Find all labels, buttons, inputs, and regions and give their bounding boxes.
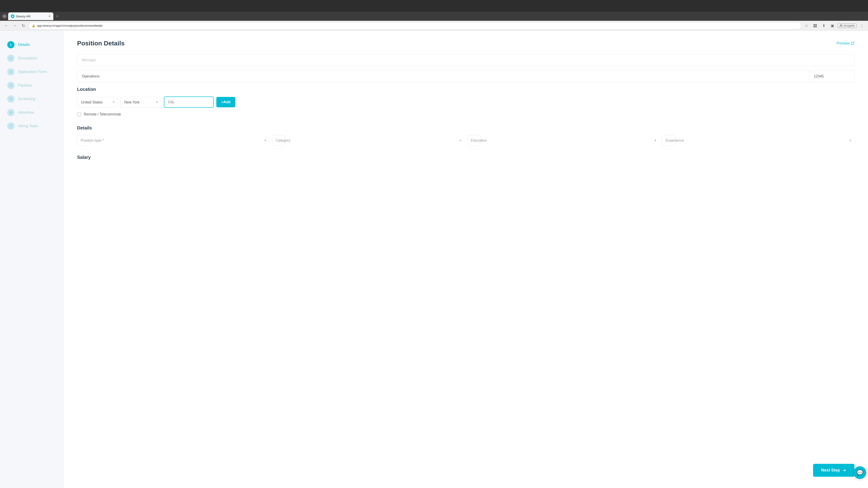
education-wrapper: Education ▼: [467, 135, 659, 146]
next-step-arrow-icon: [842, 468, 846, 473]
operations-field: Operations: [77, 70, 809, 82]
incognito-label: Incognito: [844, 24, 855, 27]
country-select[interactable]: United States: [77, 97, 118, 107]
address-bar[interactable]: 🔒 app.breezy.hr/app/c/moodjoy/positions/…: [29, 22, 801, 29]
svg-rect-0: [813, 24, 815, 26]
next-step-label: Next Step: [821, 468, 840, 473]
remote-label: Remote / Telecommute: [84, 112, 121, 116]
app-layout: 1 Details 2 Description 3 Application Fo…: [0, 31, 868, 488]
state-select[interactable]: New York: [121, 97, 161, 107]
sidebar-label-description: Description: [18, 56, 37, 61]
salary-section: Salary: [77, 155, 855, 160]
sidebar-label-screening: Screening: [18, 97, 35, 101]
sidebar-item-pipeline[interactable]: 4 Pipeline: [5, 78, 58, 92]
position-type-wrapper: Position type * ▼: [77, 135, 270, 146]
step-circle-advertise: 6: [7, 109, 14, 116]
tab-close-button[interactable]: ✕: [49, 15, 51, 18]
city-input[interactable]: [164, 96, 214, 108]
url-text: app.breezy.hr/app/c/moodjoy/positions/ne…: [37, 24, 103, 27]
education-select[interactable]: [467, 135, 480, 146]
add-location-label: +Add: [221, 100, 230, 104]
salary-title: Salary: [77, 155, 855, 160]
sidebar-label-advertise: Advertise: [18, 110, 34, 115]
step-circle-application-form: 3: [7, 68, 14, 75]
svg-rect-2: [813, 26, 815, 27]
step-circle-screening: 5: [7, 95, 14, 103]
browser-tab-bar: Breezy HR ✕ +: [0, 12, 868, 21]
incognito-badge: Incognito: [837, 24, 857, 28]
sidebar-label-hiring-team: Hiring Team: [18, 124, 38, 128]
location-row: United States ▼ New York ▼ +Add: [77, 96, 855, 108]
number-field: 12345: [809, 70, 855, 82]
category-wrapper: Category ▼: [272, 135, 465, 146]
secure-icon: 🔒: [32, 24, 35, 27]
toolbar-actions: ☆ ⬇ ▣ Incognito ⋮: [803, 22, 865, 29]
tab-switcher[interactable]: [2, 13, 7, 19]
location-section-title: Location: [77, 87, 855, 92]
state-select-wrapper: New York ▼: [121, 97, 161, 107]
details-section-title: Details: [77, 125, 855, 131]
browser-tab-active[interactable]: Breezy HR ✕: [8, 12, 53, 20]
education-chevron-down-icon: ▼: [654, 139, 657, 142]
location-section: Location United States ▼ New York ▼: [77, 87, 855, 116]
step-circle-description: 2: [7, 55, 14, 62]
new-tab-button[interactable]: +: [54, 14, 60, 19]
external-link-icon: [851, 41, 855, 45]
chat-icon: 💬: [857, 469, 863, 476]
sidebar-label-details: Details: [18, 42, 30, 47]
operations-label: Operations: [82, 74, 99, 78]
country-select-wrapper: United States ▼: [77, 97, 118, 107]
details-section: Details Position type * ▼ Category: [77, 125, 855, 146]
manager-field[interactable]: Manager: [77, 54, 855, 66]
sidebar-label-pipeline: Pipeline: [18, 83, 32, 88]
step-circle-hiring-team: 7: [7, 123, 14, 130]
extensions-button[interactable]: [812, 22, 818, 29]
operations-row: Operations 12345: [77, 70, 855, 82]
details-row: Position type * ▼ Category ▼ Educa: [77, 135, 855, 146]
next-step-button[interactable]: Next Step: [813, 464, 855, 477]
category-select[interactable]: [272, 135, 285, 146]
preview-link[interactable]: Preview: [837, 41, 855, 45]
svg-rect-3: [815, 26, 817, 27]
experience-select[interactable]: [662, 135, 675, 146]
chat-bubble-button[interactable]: 💬: [854, 466, 866, 479]
step-circle-pipeline: 4: [7, 82, 14, 89]
main-content: Position Details Preview Manager Operati…: [63, 31, 868, 488]
sidebar: 1 Details 2 Description 3 Application Fo…: [0, 31, 63, 488]
menu-button[interactable]: ⋮: [859, 22, 865, 29]
position-type-chevron-down-icon: ▼: [264, 139, 267, 142]
experience-chevron-down-icon: ▼: [849, 139, 852, 142]
category-chevron-down-icon: ▼: [459, 139, 462, 142]
reload-button[interactable]: ↻: [20, 22, 27, 29]
experience-wrapper: Experience ▼: [662, 135, 855, 146]
add-location-button[interactable]: +Add: [216, 97, 235, 107]
browser-chrome: [0, 0, 868, 12]
preview-label: Preview: [837, 41, 849, 45]
sidebar-item-screening[interactable]: 5 Screening: [5, 92, 58, 106]
page-title: Position Details: [77, 40, 125, 47]
remote-checkbox[interactable]: [77, 112, 81, 116]
sidebar-item-application-form[interactable]: 3 Application Form: [5, 65, 58, 78]
step-circle-details: 1: [7, 41, 14, 48]
tab-favicon: [11, 14, 14, 18]
sidebar-item-details[interactable]: 1 Details: [5, 38, 58, 52]
sidebar-item-hiring-team[interactable]: 7 Hiring Team: [5, 119, 58, 133]
manager-placeholder: Manager: [82, 58, 96, 62]
back-button[interactable]: ←: [3, 22, 9, 29]
operations-number: 12345: [814, 74, 824, 78]
download-button[interactable]: ⬇: [820, 22, 827, 29]
forward-button[interactable]: →: [11, 22, 18, 29]
svg-rect-1: [815, 24, 817, 26]
sidebar-item-advertise[interactable]: 6 Advertise: [5, 106, 58, 119]
remote-checkbox-row: Remote / Telecommute: [77, 112, 855, 116]
tab-title: Breezy HR: [16, 15, 31, 18]
sidebar-label-application-form: Application Form: [18, 70, 47, 74]
sidebar-item-description[interactable]: 2 Description: [5, 52, 58, 65]
bookmark-button[interactable]: ☆: [803, 22, 810, 29]
position-type-select[interactable]: [77, 135, 90, 146]
browser-toolbar: ← → ↻ 🔒 app.breezy.hr/app/c/moodjoy/posi…: [0, 21, 868, 31]
layout-button[interactable]: ▣: [829, 22, 836, 29]
